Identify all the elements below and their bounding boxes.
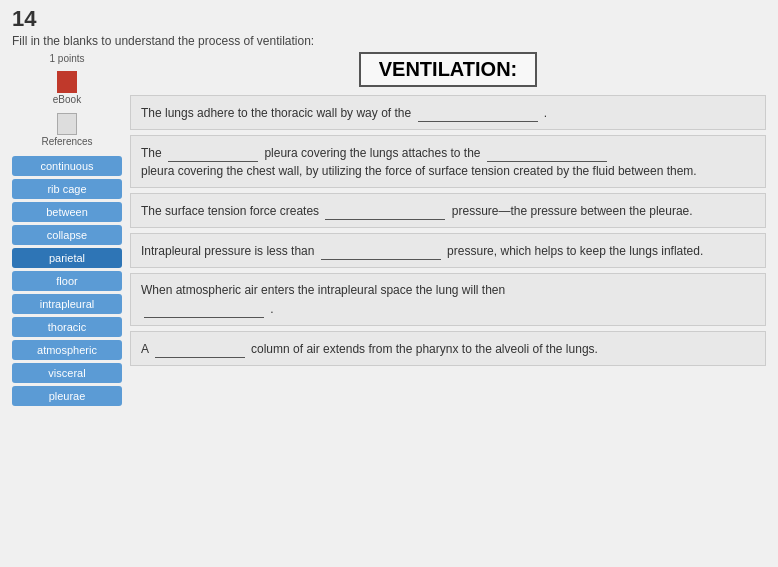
q3-blank[interactable]: [325, 201, 445, 220]
top-bar: 14 Fill in the blanks to understand the …: [0, 0, 778, 52]
q6-line1-before: A: [141, 342, 148, 356]
references-button[interactable]: References: [39, 111, 94, 149]
chip-thoracic[interactable]: thoracic: [12, 317, 122, 337]
page-number: 14: [12, 8, 36, 30]
q6-blank[interactable]: [155, 339, 245, 358]
chip-collapse[interactable]: collapse: [12, 225, 122, 245]
points-label: 1 points: [49, 52, 84, 65]
q4-text-after: pressure, which helps to keep the lungs …: [447, 244, 703, 258]
left-sidebar: 1 points eBook References continuous rib…: [12, 52, 122, 559]
q5-blank[interactable]: [144, 299, 264, 318]
ebook-icon: [57, 71, 77, 93]
q2-line1-before: The: [141, 146, 162, 160]
question-5: When atmospheric air enters the intraple…: [130, 273, 766, 326]
q6-line1-after: column of air extends from the pharynx t…: [251, 342, 598, 356]
q2-blank1[interactable]: [168, 143, 258, 162]
content-area: VENTILATION: The lungs adhere to the tho…: [130, 52, 766, 559]
question-4: Intrapleural pressure is less than press…: [130, 233, 766, 268]
q1-blank[interactable]: [418, 103, 538, 122]
chip-parietal[interactable]: parietal: [12, 248, 122, 268]
q1-text-before: The lungs adhere to the thoracic wall by…: [141, 106, 411, 120]
q5-text-after: .: [270, 302, 273, 316]
ebook-button[interactable]: eBook: [51, 69, 83, 107]
chip-visceral[interactable]: visceral: [12, 363, 122, 383]
question-3: The surface tension force creates pressu…: [130, 193, 766, 228]
q2-line2: pleura covering the chest wall, by utili…: [141, 164, 697, 178]
chip-atmospheric[interactable]: atmospheric: [12, 340, 122, 360]
page-container: 14 Fill in the blanks to understand the …: [0, 0, 778, 567]
references-icon: [57, 113, 77, 135]
q2-line1-mid: pleura covering the lungs attaches to th…: [264, 146, 480, 160]
q1-text-after: .: [544, 106, 547, 120]
instruction: Fill in the blanks to understand the pro…: [12, 34, 314, 48]
chip-intrapleural[interactable]: intrapleural: [12, 294, 122, 314]
question-2: The pleura covering the lungs attaches t…: [130, 135, 766, 188]
q5-text-before: When atmospheric air enters the intraple…: [141, 283, 505, 297]
q4-text-before: Intrapleural pressure is less than: [141, 244, 314, 258]
chip-floor[interactable]: floor: [12, 271, 122, 291]
q4-blank[interactable]: [321, 241, 441, 260]
q3-text-after: pressure—the pressure between the pleura…: [452, 204, 693, 218]
q2-blank2[interactable]: [487, 143, 607, 162]
chip-between[interactable]: between: [12, 202, 122, 222]
chip-rib-cage[interactable]: rib cage: [12, 179, 122, 199]
question-6: A column of air extends from the pharynx…: [130, 331, 766, 366]
q3-text-before: The surface tension force creates: [141, 204, 319, 218]
question-1: The lungs adhere to the thoracic wall by…: [130, 95, 766, 130]
chip-pleurae[interactable]: pleurae: [12, 386, 122, 406]
chip-continuous[interactable]: continuous: [12, 156, 122, 176]
main-area: 1 points eBook References continuous rib…: [0, 52, 778, 567]
ventilation-title: VENTILATION:: [359, 52, 538, 87]
